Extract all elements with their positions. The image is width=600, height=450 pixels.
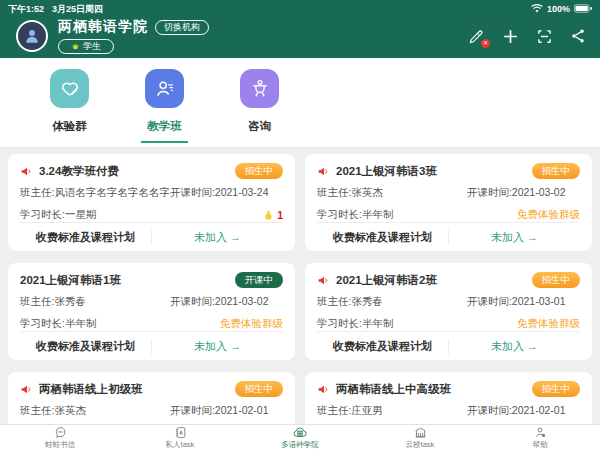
consult-desk-icon	[240, 69, 279, 108]
join-status-button[interactable]: 未加入 →	[152, 230, 283, 245]
graduation-cap-icon	[71, 43, 80, 51]
class-card[interactable]: 3.24教学班付费 招生中 班主任:风语名字名字名字名名字 开课时间:2021-…	[8, 154, 295, 251]
start-date-label: 开课时间:2021-03-02	[170, 295, 283, 309]
status-bar: 下午1:523月25日周四 100%	[0, 0, 600, 18]
duration-label: 学习时长:半年制	[20, 317, 96, 331]
tab-label: 咨询	[242, 119, 277, 141]
duration-label: 学习时长:一星期	[20, 208, 96, 222]
plus-icon[interactable]	[502, 28, 519, 45]
class-title: 2021上银河韩语1班	[20, 273, 121, 288]
school-building-icon	[414, 426, 427, 439]
class-title: 两栖韩语线上初级班	[39, 382, 143, 397]
app-screen: 下午1:523月25日周四 100% 两栖韩语学院 切换机构 学生	[0, 0, 600, 450]
status-time-date: 下午1:523月25日周四	[8, 3, 111, 16]
role-badge: 学生	[58, 39, 114, 54]
class-card[interactable]: 两栖韩语线上中高级班 招生中 班主任:庄亚男 开课时间:2021-02-01 学…	[305, 372, 592, 425]
coin-count: 1	[263, 209, 283, 221]
fee-plan-button[interactable]: 收费标准及课程计划	[20, 339, 152, 354]
megaphone-icon	[317, 274, 330, 287]
free-trial-link[interactable]: 免费体验群级	[517, 317, 580, 331]
battery-percent: 100%	[547, 4, 570, 14]
edit-disabled-badge: ✕	[481, 39, 490, 48]
avatar-person-icon	[22, 26, 42, 46]
nav-label: 云校task	[406, 440, 435, 450]
nav-label: 私人task	[166, 440, 195, 450]
tab-label: 体验群	[46, 119, 93, 141]
free-trial-link[interactable]: 免费体验群级	[517, 208, 580, 222]
class-card[interactable]: 两栖韩语线上初级班 招生中 班主任:张英杰 开课时间:2021-02-01 学习…	[8, 372, 295, 425]
edit-pencil-icon[interactable]: ✕	[468, 28, 485, 45]
cloud-building-icon	[293, 426, 307, 439]
school-title: 两栖韩语学院	[58, 18, 148, 36]
status-time: 下午1:52	[8, 4, 44, 14]
teacher-label: 班主任:张英杰	[20, 404, 170, 418]
class-card-grid: 3.24教学班付费 招生中 班主任:风语名字名字名字名名字 开课时间:2021-…	[0, 148, 600, 425]
status-badge: 招生中	[532, 272, 581, 288]
wifi-icon	[531, 4, 543, 15]
free-trial-link[interactable]: 免费体验群级	[220, 317, 283, 331]
chat-bubble-icon	[54, 426, 67, 439]
tab-teaching-class[interactable]: 教学班	[117, 69, 212, 147]
battery-icon	[574, 4, 592, 15]
teacher-label: 班主任:张秀春	[317, 295, 467, 309]
tab-label: 教学班	[141, 119, 188, 143]
nav-label: 多语种学院	[281, 440, 319, 450]
class-card[interactable]: 2021上银河韩语3班 招生中 班主任:张英杰 开课时间:2021-03-02 …	[305, 154, 592, 251]
start-date-label: 开课时间:2021-03-24	[170, 186, 283, 200]
heart-pencil-icon	[50, 69, 89, 108]
join-status-button[interactable]: 未加入 →	[449, 230, 580, 245]
status-badge: 招生中	[532, 163, 581, 179]
notebook-a-icon	[174, 426, 187, 439]
join-status-button[interactable]: 未加入 →	[449, 339, 580, 354]
start-date-label: 开课时间:2021-02-01	[467, 404, 580, 418]
status-badge: 开课中	[235, 272, 284, 288]
nav-item-cloud-school-task[interactable]: 云校task	[360, 425, 480, 450]
megaphone-icon	[317, 165, 330, 178]
coin-count-value: 1	[277, 209, 283, 221]
bottom-nav: 蛙蛙书信 私人task 多语种学院 云校task 帮助	[0, 424, 600, 450]
role-label: 学生	[83, 41, 101, 52]
start-date-label: 开课时间:2021-03-01	[467, 295, 580, 309]
class-card[interactable]: 2021上银河韩语2班 招生中 班主任:张秀春 开课时间:2021-03-01 …	[305, 263, 592, 360]
megaphone-icon	[20, 383, 33, 396]
app-header: 两栖韩语学院 切换机构 学生 ✕	[0, 18, 600, 58]
megaphone-icon	[317, 383, 330, 396]
class-card[interactable]: 2021上银河韩语1班 开课中 班主任:张秀春 开课时间:2021-03-02 …	[8, 263, 295, 360]
teacher-label: 班主任:庄亚男	[317, 404, 467, 418]
join-status-button[interactable]: 未加入 →	[152, 339, 283, 354]
nav-item-help[interactable]: 帮助	[480, 425, 600, 450]
teacher-label: 班主任:风语名字名字名字名名字	[20, 186, 170, 200]
fee-plan-button[interactable]: 收费标准及课程计划	[20, 230, 152, 245]
switch-org-button[interactable]: 切换机构	[155, 20, 209, 35]
class-title: 3.24教学班付费	[39, 164, 119, 179]
status-badge: 招生中	[235, 163, 284, 179]
nav-item-private-task[interactable]: 私人task	[120, 425, 240, 450]
status-badge: 招生中	[532, 381, 581, 397]
start-date-label: 开课时间:2021-03-02	[467, 186, 580, 200]
category-tabs: 体验群 教学班 咨询	[0, 58, 600, 148]
fee-plan-button[interactable]: 收费标准及课程计划	[317, 230, 449, 245]
nav-label: 帮助	[533, 440, 548, 450]
avatar[interactable]	[16, 20, 48, 52]
tab-experience-group[interactable]: 体验群	[22, 69, 117, 147]
person-help-icon	[534, 426, 547, 439]
duration-label: 学习时长:半年制	[317, 317, 393, 331]
duration-label: 学习时长:半年制	[317, 208, 393, 222]
scan-icon[interactable]	[536, 28, 553, 45]
fee-plan-button[interactable]: 收费标准及课程计划	[317, 339, 449, 354]
class-title: 两栖韩语线上中高级班	[336, 382, 451, 397]
nav-item-letters[interactable]: 蛙蛙书信	[0, 425, 120, 450]
status-badge: 招生中	[235, 381, 284, 397]
teacher-label: 班主任:张英杰	[317, 186, 467, 200]
class-title: 2021上银河韩语2班	[336, 273, 437, 288]
person-edit-icon	[145, 69, 184, 108]
status-date: 3月25日周四	[52, 4, 103, 14]
nav-label: 蛙蛙书信	[45, 440, 75, 450]
class-title: 2021上银河韩语3班	[336, 164, 437, 179]
tab-consult[interactable]: 咨询	[212, 69, 307, 147]
megaphone-icon	[20, 165, 33, 178]
money-bag-icon	[263, 210, 274, 221]
nav-item-academy[interactable]: 多语种学院	[240, 425, 360, 450]
teacher-label: 班主任:张秀春	[20, 295, 170, 309]
share-icon[interactable]	[570, 28, 586, 44]
